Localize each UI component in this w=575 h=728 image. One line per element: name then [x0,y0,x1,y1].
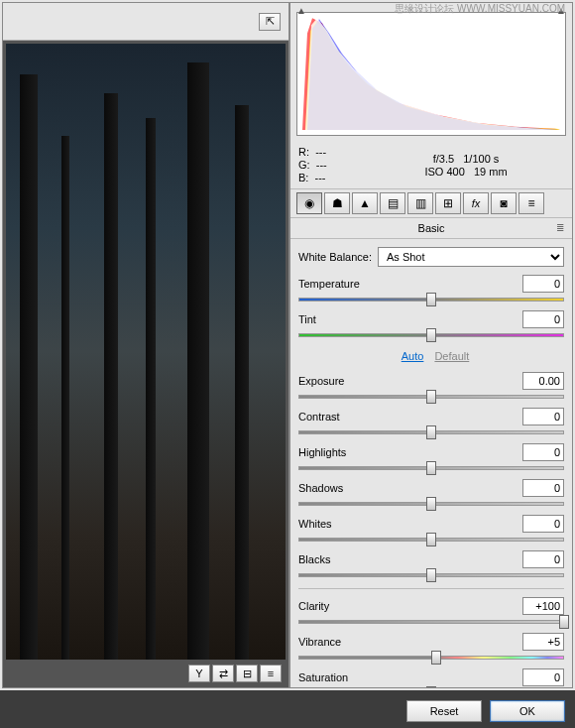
exposure-slider: Exposure [298,372,564,402]
contrast-slider: Contrast [298,408,564,437]
tint-thumb[interactable] [426,328,436,342]
camera-readout: f/3.5 1/100 s ISO 400 19 mm [368,153,564,179]
tint-value[interactable] [522,310,564,328]
exif-info: R: --- G: --- B: --- f/3.5 1/100 s ISO 4… [290,142,572,189]
highlights-value[interactable] [522,443,564,461]
detail-tab-icon[interactable]: ▲ [352,192,378,214]
clarity-value[interactable] [522,597,564,615]
contrast-thumb[interactable] [426,425,436,439]
histogram-area: ▲ ▲ [290,3,572,142]
shadows-thumb[interactable] [426,497,436,511]
filter-icon[interactable]: Y [188,665,210,682]
temperature-thumb[interactable] [426,293,436,306]
whites-value[interactable] [522,515,564,533]
wb-label: White Balance: [298,251,372,263]
right-panel: ▲ ▲ R: --- G: --- B: --- f/3.5 1/100 s I… [289,2,573,688]
tint-slider: Tint [298,310,564,340]
blacks-thumb[interactable] [426,568,436,582]
main-wrap: ⇱ Y ⇄ ⊟ ≡ ▲ ▲ [0,0,575,690]
wb-select[interactable]: As Shot [378,247,564,267]
panel-title: Basic [418,222,445,234]
contrast-value[interactable] [522,408,564,425]
divider [298,588,564,589]
whites-thumb[interactable] [426,533,436,546]
shadows-value[interactable] [522,479,564,497]
vibrance-value[interactable] [522,633,564,651]
split-icon[interactable]: ⊟ [236,665,258,682]
expand-icon[interactable]: ⇱ [259,13,281,31]
highlights-thumb[interactable] [426,461,436,475]
lens-tab-icon[interactable]: ⊞ [435,192,461,214]
fx-tab-icon[interactable]: fx [463,192,489,214]
saturation-slider: Saturation [298,668,564,687]
curve-tab-icon[interactable]: ☗ [324,192,350,214]
vibrance-thumb[interactable] [431,651,441,665]
saturation-value[interactable] [522,668,564,686]
temperature-slider: Temperature [298,275,564,304]
exposure-thumb[interactable] [426,390,436,404]
presets-tab-icon[interactable]: ≡ [518,192,544,214]
image-preview[interactable] [6,44,286,660]
rgb-readout: R: --- G: --- B: --- [298,146,368,184]
white-balance-row: White Balance: As Shot [298,247,564,267]
temperature-value[interactable] [522,275,564,293]
tool-row: ◉ ☗ ▲ ▤ ▥ ⊞ fx ◙ ≡ [290,189,572,218]
dialog-buttons: Reset OK [406,700,565,722]
controls-area: White Balance: As Shot Temperature Tint … [290,239,572,687]
hsl-tab-icon[interactable]: ▤ [380,192,405,214]
saturation-thumb[interactable] [426,686,436,687]
default-link[interactable]: Default [434,350,469,362]
shadow-clip-icon[interactable]: ▲ [296,5,306,16]
left-header: ⇱ [3,3,288,41]
split-tab-icon[interactable]: ▥ [407,192,433,214]
auto-default-row: Auto Default [298,350,564,362]
blacks-value[interactable] [522,550,564,568]
exposure-value[interactable] [522,372,564,390]
compare-icon[interactable]: ⇄ [212,665,234,682]
settings-icon[interactable]: ≡ [260,665,282,682]
whites-slider: Whites [298,515,564,545]
histogram[interactable] [296,12,566,136]
clarity-slider: Clarity [298,597,564,627]
watermark-text: 思缘设计论坛 WWW.MISSYUAN.COM [395,2,565,16]
ok-button[interactable]: OK [490,700,565,722]
shadows-slider: Shadows [298,479,564,509]
auto-link[interactable]: Auto [402,350,424,362]
vibrance-slider: Vibrance [298,633,564,663]
left-panel: ⇱ Y ⇄ ⊟ ≡ [2,2,289,688]
camera-tab-icon[interactable]: ◙ [491,192,517,214]
panel-header: Basic ≣ [290,218,572,239]
panel-menu-icon[interactable]: ≣ [556,222,564,233]
basic-tab-icon[interactable]: ◉ [296,192,322,214]
image-toolbar: Y ⇄ ⊟ ≡ [6,663,286,684]
highlights-slider: Highlights [298,443,564,473]
clarity-thumb[interactable] [559,615,569,629]
reset-button[interactable]: Reset [406,700,482,722]
blacks-slider: Blacks [298,550,564,580]
image-area: Y ⇄ ⊟ ≡ [3,41,288,687]
